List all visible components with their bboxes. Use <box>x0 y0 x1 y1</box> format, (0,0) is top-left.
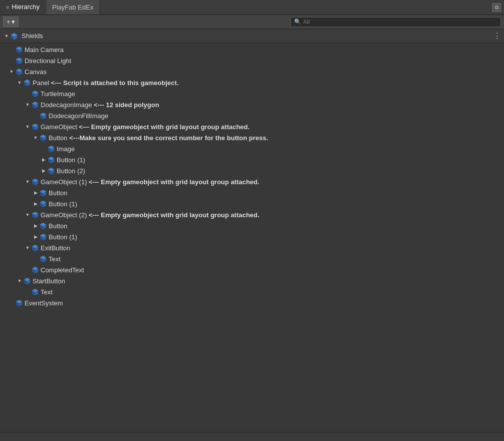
item-label: Directional Light <box>25 57 71 65</box>
tree-arrow <box>32 134 39 141</box>
tree-item[interactable]: Text <box>0 253 504 264</box>
item-label: Image <box>57 145 75 153</box>
item-label: Button (1) <box>49 200 77 208</box>
tree-container[interactable]: Main Camera Directional Light Canvas Pan… <box>0 43 504 432</box>
tree-arrow <box>40 156 47 163</box>
shields-cube-icon <box>10 32 18 40</box>
tree-arrow <box>24 101 31 108</box>
restore-button[interactable]: ⧉ <box>492 3 501 12</box>
tree-arrow <box>32 200 39 207</box>
tab-hierarchy[interactable]: ≡ Hierarchy <box>0 0 46 15</box>
item-label: GameObject (2) <--- Empty gameobject wit… <box>41 211 260 219</box>
tree-arrow <box>40 167 47 174</box>
tree-item[interactable]: Button (1) <box>0 231 504 242</box>
item-label: Button <box>49 189 68 197</box>
cube-icon <box>47 156 55 164</box>
tab-playfab[interactable]: PlayFab EdEx <box>46 0 100 15</box>
cube-icon <box>39 255 47 263</box>
main-panel: ≡ Hierarchy PlayFab EdEx ⧉ + ▾ 🔍 <box>0 0 504 441</box>
add-plus-label: + <box>7 18 11 26</box>
cube-icon <box>31 90 39 98</box>
toolbar: + ▾ 🔍 <box>0 15 504 29</box>
item-label: Text <box>41 288 53 296</box>
hierarchy-root-row[interactable]: Shields ⋮ <box>0 29 504 43</box>
tree-arrow <box>16 277 23 284</box>
tree-item[interactable]: GameObject (1) <--- Empty gameobject wit… <box>0 176 504 187</box>
tree-item[interactable]: Text <box>0 286 504 297</box>
tree-arrow <box>24 244 31 251</box>
bottom-bar <box>0 432 504 441</box>
add-button[interactable]: + ▾ <box>3 17 19 27</box>
tree-item[interactable]: Button <---Make sure you send the correc… <box>0 132 504 143</box>
hierarchy-root-label: Shields <box>22 32 43 40</box>
item-label: TurtleImage <box>41 90 75 98</box>
search-bar[interactable]: 🔍 <box>291 17 501 27</box>
tree-arrow <box>32 233 39 240</box>
tree-item[interactable]: StartButton <box>0 275 504 286</box>
cube-icon <box>15 57 23 65</box>
item-label: Button <---Make sure you send the correc… <box>49 134 268 142</box>
tree-arrow <box>24 123 31 130</box>
tab-bar: ≡ Hierarchy PlayFab EdEx ⧉ <box>0 0 504 15</box>
tree-item[interactable]: Image <box>0 143 504 154</box>
item-label: Button <box>49 222 68 230</box>
tree-item[interactable]: Button (1) <box>0 154 504 165</box>
tab-hierarchy-label: Hierarchy <box>12 3 40 11</box>
cube-icon <box>15 68 23 76</box>
item-label: DodecagonImage <--- 12 sided polygon <box>41 101 159 109</box>
tree-item[interactable]: Directional Light <box>0 55 504 66</box>
tree-item[interactable]: Main Camera <box>0 44 504 55</box>
cube-icon <box>31 101 39 109</box>
cube-icon <box>31 178 39 186</box>
item-label: Button (1) <box>49 233 77 241</box>
search-input[interactable] <box>303 19 497 26</box>
search-icon: 🔍 <box>294 19 301 25</box>
item-label: Button (1) <box>57 156 85 164</box>
cube-icon <box>47 145 55 153</box>
item-label: Main Camera <box>25 46 64 54</box>
tree-item[interactable]: DodecagonFillImage <box>0 110 504 121</box>
cube-icon <box>39 189 47 197</box>
cube-icon <box>39 112 47 120</box>
tree-arrow <box>32 222 39 229</box>
cube-icon <box>15 299 23 307</box>
tree-item[interactable]: DodecagonImage <--- 12 sided polygon <box>0 99 504 110</box>
item-label: EventSystem <box>25 299 63 307</box>
item-label: CompletedText <box>41 266 84 274</box>
cube-icon <box>15 46 23 54</box>
tree-item[interactable]: Button <box>0 220 504 231</box>
tree-item[interactable]: Panel <--- Script is attached to this ga… <box>0 77 504 88</box>
tree-item[interactable]: Canvas <box>0 66 504 77</box>
cube-icon <box>47 167 55 175</box>
hierarchy-menu-icon: ≡ <box>6 4 9 10</box>
cube-icon <box>31 123 39 131</box>
item-label: Panel <--- Script is attached to this ga… <box>33 79 179 87</box>
item-label: StartButton <box>33 277 65 285</box>
item-label: Text <box>49 255 61 263</box>
tab-playfab-label: PlayFab EdEx <box>52 4 93 11</box>
tree-item[interactable]: EventSystem <box>0 297 504 308</box>
item-label: DodecagonFillImage <box>49 112 108 120</box>
cube-icon <box>23 79 31 87</box>
item-label: Canvas <box>25 68 47 76</box>
tree-item[interactable]: ExitButton <box>0 242 504 253</box>
tree-arrow <box>24 178 31 185</box>
cube-icon <box>39 233 47 241</box>
cube-icon <box>31 244 39 252</box>
add-dropdown-icon: ▾ <box>12 18 15 26</box>
tree-item[interactable]: GameObject <--- Empty gameobject with gr… <box>0 121 504 132</box>
tree-item[interactable]: Button (2) <box>0 165 504 176</box>
tree-item[interactable]: GameObject (2) <--- Empty gameobject wit… <box>0 209 504 220</box>
tree-item[interactable]: CompletedText <box>0 264 504 275</box>
cube-icon <box>31 211 39 219</box>
cube-icon <box>23 277 31 285</box>
item-label: GameObject (1) <--- Empty gameobject wit… <box>41 178 260 186</box>
tree-item[interactable]: Button <box>0 187 504 198</box>
tree-item[interactable]: Button (1) <box>0 198 504 209</box>
cube-icon <box>31 288 39 296</box>
item-label: ExitButton <box>41 244 70 252</box>
more-options-icon[interactable]: ⋮ <box>493 31 501 41</box>
window-controls: ⧉ <box>492 0 504 15</box>
cube-icon <box>31 266 39 274</box>
tree-item[interactable]: TurtleImage <box>0 88 504 99</box>
